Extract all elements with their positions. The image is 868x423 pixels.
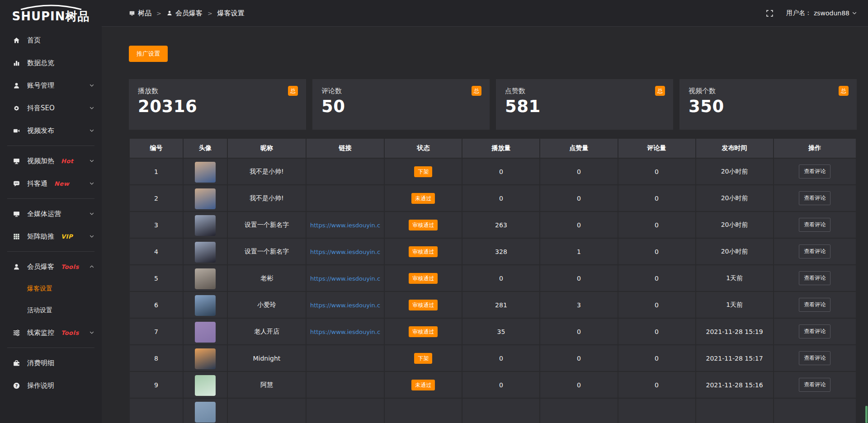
stat-card: 点赞数581总: [496, 79, 673, 130]
sidebar-item-badge: New: [54, 180, 69, 187]
cell-plays: 0: [462, 185, 540, 212]
video-link[interactable]: https://www.iesdouyin.c: [310, 275, 380, 282]
view-comments-button[interactable]: 查看评论: [799, 298, 830, 312]
cell-comments: 0: [618, 318, 696, 345]
column-header: 链接: [306, 138, 385, 158]
user-icon: [166, 10, 173, 16]
main-content: 推广设置 播放数20316总评论数50总点赞数581总视频个数350总 编号头像…: [102, 27, 868, 423]
cell-link: [306, 185, 385, 212]
view-comments-button[interactable]: 查看评论: [799, 324, 830, 338]
sidebar-subitem-baoke-settings[interactable]: 爆客设置: [0, 278, 102, 300]
sidebar-item-home[interactable]: 首页: [0, 29, 102, 52]
cell-action: 查看评论: [774, 158, 856, 185]
breadcrumb-label: 爆客设置: [217, 9, 245, 18]
cell-action: 查看评论: [774, 345, 856, 371]
view-comments-button[interactable]: 查看评论: [799, 351, 830, 365]
cell-action: [774, 398, 856, 423]
cell-link: https://www.iesdouyin.c: [306, 265, 385, 291]
sidebar-item-data-overview[interactable]: 数据总览: [0, 52, 102, 74]
chat-icon: [12, 180, 20, 188]
cell-time: 20小时前: [696, 238, 774, 265]
breadcrumb: 树品>会员爆客>爆客设置: [129, 9, 245, 18]
sidebar-item-matrix-boost[interactable]: 矩阵助推VIP: [0, 225, 102, 248]
sidebar-item-video-heating[interactable]: 视频加热Hot: [0, 150, 102, 172]
cell-time: [696, 398, 774, 423]
sidebar-item-member-baoke[interactable]: 会员爆客Tools: [0, 255, 102, 278]
sidebar-item-label: 账号管理: [27, 81, 54, 90]
fullscreen-icon[interactable]: [766, 9, 774, 17]
cell-id: [129, 398, 183, 423]
cell-plays: 281: [462, 291, 540, 318]
breadcrumb-item-member-baoke[interactable]: 会员爆客: [166, 9, 203, 18]
chevron-down-icon: [852, 10, 857, 16]
avatar: [195, 348, 216, 369]
view-comments-button[interactable]: 查看评论: [799, 164, 830, 179]
cell-link: [306, 398, 385, 423]
sidebar-item-badge: VIP: [61, 233, 73, 240]
monitor-icon: [12, 210, 20, 218]
stat-value: 350: [689, 97, 848, 116]
sidebar-item-clue-monitor[interactable]: 线索监控Tools: [0, 321, 102, 344]
stat-label: 点赞数: [505, 87, 664, 95]
cell-status: 审核通过: [384, 238, 462, 265]
username-label: 用户名：: [786, 9, 811, 17]
cell-status: 下架: [384, 345, 462, 371]
stat-label: 播放数: [138, 87, 297, 95]
stat-total-badge: 总: [839, 86, 849, 96]
user-solid-icon: [12, 263, 20, 271]
breadcrumb-item-home[interactable]: 树品: [129, 9, 151, 18]
view-comments-button[interactable]: 查看评论: [799, 271, 830, 285]
sidebar-item-badge: Tools: [61, 263, 79, 270]
sidebar-item-douyin-seo[interactable]: 抖音SEO: [0, 97, 102, 119]
user-menu[interactable]: 用户名：zswodun88: [786, 9, 857, 17]
logo[interactable]: SHUPIN树品: [0, 0, 102, 27]
sidebar-item-account-management[interactable]: 账号管理: [0, 74, 102, 97]
sidebar-divider: [7, 146, 94, 146]
cell-time: 2021-11-28 15:16: [696, 371, 774, 398]
sidebar-item-badge: Tools: [61, 329, 79, 336]
cell-avatar: [183, 158, 227, 185]
sidebar-item-label: 全媒体运营: [27, 210, 61, 218]
view-comments-button[interactable]: 查看评论: [799, 218, 830, 232]
cell-comments: 0: [618, 345, 696, 371]
sidebar-item-operation-guide[interactable]: ?操作说明: [0, 374, 102, 397]
sidebar-item-douketong[interactable]: 抖客通New: [0, 172, 102, 195]
sidebar-item-all-media-operation[interactable]: 全媒体运营: [0, 202, 102, 225]
cell-time: 2021-11-28 15:17: [696, 345, 774, 371]
chevron-down-icon: [89, 128, 94, 133]
cell-comments: 0: [618, 238, 696, 265]
stat-total-badge: 总: [472, 86, 481, 96]
cell-likes: 0: [540, 345, 618, 371]
cell-avatar: [183, 318, 227, 345]
grid-icon: [12, 233, 20, 240]
status-badge: 审核通过: [409, 300, 438, 310]
cell-nickname: Midnight: [227, 345, 306, 371]
table-row: 8Midnight下架0002021-11-28 15:17查看评论: [129, 345, 856, 371]
video-link[interactable]: https://www.iesdouyin.c: [310, 222, 380, 229]
view-comments-button[interactable]: 查看评论: [799, 378, 830, 392]
cell-action: 查看评论: [774, 238, 856, 265]
sidebar-item-consumption-detail[interactable]: 消费明细: [0, 352, 102, 374]
video-link[interactable]: https://www.iesdouyin.c: [310, 302, 380, 309]
breadcrumb-item-baoke-settings[interactable]: 爆客设置: [217, 9, 245, 18]
cell-id: 1: [129, 158, 183, 185]
video-link[interactable]: https://www.iesdouyin.c: [310, 329, 380, 335]
videos-table: 编号头像昵称链接状态播放量点赞量评论量发布时间操作 1我不是小帅!下架00020…: [129, 138, 857, 423]
scrollbar-thumb[interactable]: [865, 406, 868, 423]
video-link[interactable]: https://www.iesdouyin.c: [310, 249, 380, 255]
cell-status: 审核通过: [384, 265, 462, 291]
cell-plays: 0: [462, 345, 540, 371]
promo-settings-button[interactable]: 推广设置: [129, 46, 168, 62]
sidebar-item-video-publish[interactable]: 视频发布: [0, 119, 102, 142]
view-comments-button[interactable]: 查看评论: [799, 191, 830, 205]
cell-id: 3: [129, 212, 183, 238]
cell-time: 2021-11-28 15:19: [696, 318, 774, 345]
cell-action: 查看评论: [774, 318, 856, 345]
view-comments-button[interactable]: 查看评论: [799, 244, 830, 258]
sidebar-subitem-activity-settings[interactable]: 活动设置: [0, 300, 102, 321]
cell-likes: 0: [540, 212, 618, 238]
cell-action: 查看评论: [774, 371, 856, 398]
sidebar-item-label: 数据总览: [27, 59, 54, 67]
cell-time: 20小时前: [696, 158, 774, 185]
cell-link: [306, 158, 385, 185]
